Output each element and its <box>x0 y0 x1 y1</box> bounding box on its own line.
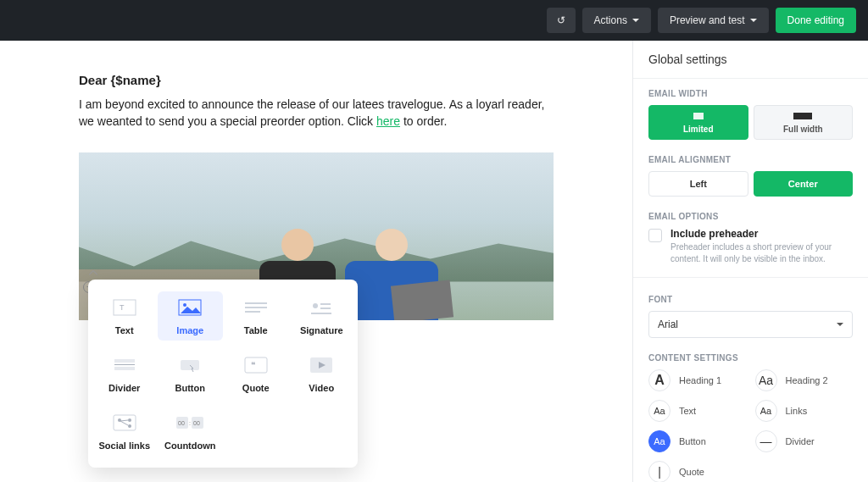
heading1-icon: A <box>648 369 670 391</box>
email-alignment-section: EMAIL ALIGNMENT Left Center <box>633 145 868 202</box>
width-limited-label: Limited <box>649 125 748 134</box>
block-social[interactable]: Social links <box>92 407 158 456</box>
quote-icon: ❝ <box>242 354 270 376</box>
global-settings-title[interactable]: Global settings <box>633 41 868 79</box>
align-left[interactable]: Left <box>648 171 748 197</box>
text-icon: T <box>110 296 139 319</box>
cs-divider[interactable]: —Divider <box>755 430 854 452</box>
block-countdown-label: Countdown <box>164 440 215 451</box>
cs-button-label: Button <box>679 436 706 446</box>
heading2-icon: Aa <box>755 369 777 391</box>
chevron-down-icon <box>837 323 843 326</box>
block-social-label: Social links <box>98 440 150 451</box>
cs-heading2-label: Heading 2 <box>786 375 828 385</box>
svg-rect-12 <box>114 364 135 365</box>
history-button[interactable]: ↺ <box>547 8 576 33</box>
email-greeting: Dear {$name} <box>79 73 554 87</box>
block-button[interactable]: Button <box>158 349 224 398</box>
text-icon: Aa <box>648 400 670 422</box>
block-table-label: Table <box>244 325 268 335</box>
full-icon <box>793 113 812 119</box>
actions-button[interactable]: Actions <box>582 8 651 33</box>
preview-button[interactable]: Preview and test <box>658 8 769 33</box>
svg-rect-6 <box>245 311 260 313</box>
svg-point-3 <box>183 303 186 307</box>
links-icon: Aa <box>755 400 777 422</box>
block-image-label: Image <box>176 325 203 335</box>
svg-point-21 <box>128 424 131 428</box>
block-divider-label: Divider <box>108 383 140 393</box>
cs-text[interactable]: AaText <box>648 400 747 422</box>
cs-quote-label: Quote <box>679 467 704 477</box>
svg-rect-4 <box>245 302 267 304</box>
image-icon <box>175 296 204 319</box>
email-body: I am beyond excited to announce the rele… <box>79 96 554 130</box>
email-options-section: EMAIL OPTIONS Include preheader Preheade… <box>633 202 868 270</box>
email-width-label: EMAIL WIDTH <box>648 89 853 98</box>
block-quote-label: Quote <box>242 383 270 393</box>
cs-links[interactable]: AaLinks <box>755 400 854 422</box>
block-countdown[interactable]: 00:00 Countdown <box>158 407 224 456</box>
cs-heading2[interactable]: AaHeading 2 <box>755 369 854 391</box>
svg-rect-18 <box>114 415 136 430</box>
quote-swatch-icon: | <box>648 461 670 482</box>
done-label: Done editing <box>787 14 844 26</box>
block-text[interactable]: T Text <box>92 291 158 341</box>
svg-point-7 <box>313 303 318 308</box>
workspace: Dear {$name} I am beyond excited to anno… <box>0 41 868 482</box>
svg-rect-5 <box>245 307 267 308</box>
font-label: FONT <box>648 295 853 304</box>
preheader-label: Include preheader <box>670 228 853 240</box>
font-select[interactable]: Arial <box>648 311 853 338</box>
svg-point-20 <box>128 418 131 422</box>
button-icon <box>175 354 204 376</box>
block-signature-label: Signature <box>300 325 343 335</box>
history-icon: ↺ <box>557 14 565 26</box>
preheader-row[interactable]: Include preheader Preheader includes a s… <box>648 228 853 265</box>
font-section: FONT Arial <box>633 285 868 343</box>
email-options-label: EMAIL OPTIONS <box>648 212 853 221</box>
width-full[interactable]: Full width <box>754 105 854 140</box>
svg-rect-8 <box>320 303 331 305</box>
cs-button[interactable]: AaButton <box>648 430 747 452</box>
block-button-label: Button <box>175 383 205 393</box>
preheader-checkbox[interactable] <box>648 229 662 242</box>
signature-icon <box>307 296 336 319</box>
svg-rect-11 <box>114 359 135 363</box>
block-signature[interactable]: Signature <box>289 291 355 341</box>
divider-icon <box>110 354 139 376</box>
width-limited[interactable]: Limited <box>648 105 748 140</box>
video-icon <box>307 354 336 376</box>
limited-icon <box>693 113 704 119</box>
block-video[interactable]: Video <box>289 349 355 398</box>
chevron-up-icon <box>88 268 98 278</box>
svg-line-23 <box>120 421 128 425</box>
done-editing-button[interactable]: Done editing <box>776 8 856 33</box>
laptop <box>390 280 453 320</box>
cs-heading1[interactable]: AHeading 1 <box>648 369 747 391</box>
align-center[interactable]: Center <box>754 171 854 197</box>
email-width-section: EMAIL WIDTH Limited Full width <box>633 79 868 145</box>
svg-rect-15 <box>245 357 267 373</box>
svg-rect-0 <box>114 300 136 315</box>
align-left-label: Left <box>649 179 748 189</box>
cs-quote[interactable]: |Quote <box>648 461 747 482</box>
divider-swatch-icon: — <box>755 430 777 452</box>
svg-text:00: 00 <box>178 420 185 426</box>
svg-text:T: T <box>120 303 125 312</box>
table-icon <box>242 296 270 319</box>
block-table[interactable]: Table <box>223 291 289 341</box>
body-part1: I am beyond excited to announce the rele… <box>79 97 544 128</box>
block-divider[interactable]: Divider <box>92 349 158 398</box>
block-quote[interactable]: ❝ Quote <box>223 349 289 398</box>
block-text-label: Text <box>115 325 134 335</box>
cs-divider-label: Divider <box>786 436 815 446</box>
body-link[interactable]: here <box>376 114 400 128</box>
canvas: Dear {$name} I am beyond excited to anno… <box>0 41 632 482</box>
align-center-label: Center <box>754 179 853 189</box>
preheader-help: Preheader includes a short preview of yo… <box>670 241 853 265</box>
preview-label: Preview and test <box>670 14 745 26</box>
content-settings-section: CONTENT SETTINGS AHeading 1 AaHeading 2 … <box>633 343 868 482</box>
email-alignment-label: EMAIL ALIGNMENT <box>648 155 853 164</box>
block-image[interactable]: Image <box>158 291 224 341</box>
